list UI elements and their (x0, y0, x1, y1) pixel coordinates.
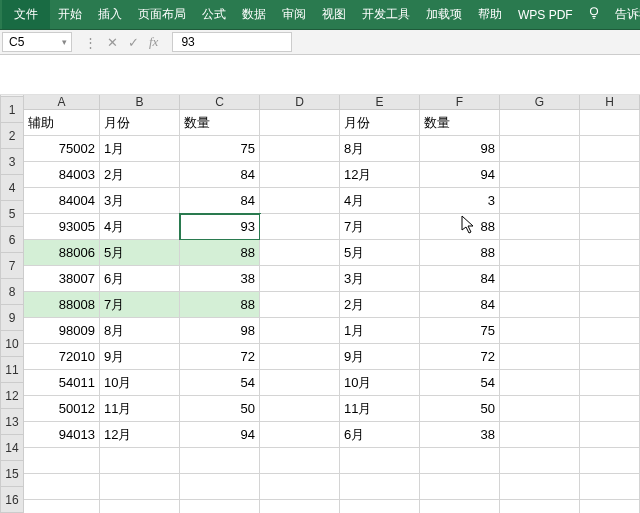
cell-G9[interactable] (500, 318, 580, 344)
cell-B4[interactable]: 3月 (100, 188, 180, 214)
cell-F14[interactable] (420, 448, 500, 474)
row-header-1[interactable]: 1 (0, 97, 24, 123)
cell-C13[interactable]: 94 (180, 422, 260, 448)
cell-A4[interactable]: 84004 (24, 188, 100, 214)
cell-H6[interactable] (580, 240, 640, 266)
tab-addins[interactable]: 加载项 (418, 0, 470, 29)
cell-F1[interactable]: 数量 (420, 110, 500, 136)
cell-B6[interactable]: 5月 (100, 240, 180, 266)
cell-A10[interactable]: 72010 (24, 344, 100, 370)
cell-C6[interactable]: 88 (180, 240, 260, 266)
cell-A1[interactable]: 辅助 (24, 110, 100, 136)
cell-H14[interactable] (580, 448, 640, 474)
cell-D11[interactable] (260, 370, 340, 396)
row-header-10[interactable]: 10 (0, 331, 24, 357)
cell-C4[interactable]: 84 (180, 188, 260, 214)
tab-file[interactable]: 文件 (2, 0, 50, 29)
tab-formulas[interactable]: 公式 (194, 0, 234, 29)
cell-G13[interactable] (500, 422, 580, 448)
cell-G2[interactable] (500, 136, 580, 162)
cell-H12[interactable] (580, 396, 640, 422)
cell-E5[interactable]: 7月 (340, 214, 420, 240)
ribbon-tabs[interactable]: 文件 开始 插入 页面布局 公式 数据 审阅 视图 开发工具 加载项 帮助 WP… (0, 0, 640, 30)
cell-A15[interactable] (24, 474, 100, 500)
tab-view[interactable]: 视图 (314, 0, 354, 29)
row-header-12[interactable]: 12 (0, 383, 24, 409)
cell-E4[interactable]: 4月 (340, 188, 420, 214)
row-header-8[interactable]: 8 (0, 279, 24, 305)
cell-E10[interactable]: 9月 (340, 344, 420, 370)
col-header-E[interactable]: E (340, 95, 420, 110)
cell-D9[interactable] (260, 318, 340, 344)
cell-C15[interactable] (180, 474, 260, 500)
cell-D2[interactable] (260, 136, 340, 162)
cell-A6[interactable]: 88006 (24, 240, 100, 266)
cell-A16[interactable] (24, 500, 100, 513)
cell-D6[interactable] (260, 240, 340, 266)
col-header-F[interactable]: F (420, 95, 500, 110)
spreadsheet-grid[interactable]: 12345678910111213141516 ABCDEFGH 辅助月份数量月… (0, 95, 640, 513)
cell-E1[interactable]: 月份 (340, 110, 420, 136)
row-header-4[interactable]: 4 (0, 175, 24, 201)
cell-B10[interactable]: 9月 (100, 344, 180, 370)
cancel-icon[interactable]: ✕ (107, 35, 118, 50)
row-header-16[interactable]: 16 (0, 487, 24, 513)
cell-F13[interactable]: 38 (420, 422, 500, 448)
cell-F9[interactable]: 75 (420, 318, 500, 344)
tell-me[interactable]: 告诉我 (607, 0, 640, 29)
cell-E2[interactable]: 8月 (340, 136, 420, 162)
cell-B8[interactable]: 7月 (100, 292, 180, 318)
cell-G15[interactable] (500, 474, 580, 500)
cell-E6[interactable]: 5月 (340, 240, 420, 266)
cell-F11[interactable]: 54 (420, 370, 500, 396)
cell-H9[interactable] (580, 318, 640, 344)
cell-H7[interactable] (580, 266, 640, 292)
cell-G5[interactable] (500, 214, 580, 240)
cell-A2[interactable]: 75002 (24, 136, 100, 162)
cell-B13[interactable]: 12月 (100, 422, 180, 448)
cell-D7[interactable] (260, 266, 340, 292)
cell-F6[interactable]: 88 (420, 240, 500, 266)
cell-B1[interactable]: 月份 (100, 110, 180, 136)
row-header-15[interactable]: 15 (0, 461, 24, 487)
cell-A14[interactable] (24, 448, 100, 474)
cell-B16[interactable] (100, 500, 180, 513)
cell-B7[interactable]: 6月 (100, 266, 180, 292)
col-header-C[interactable]: C (180, 95, 260, 110)
cell-G7[interactable] (500, 266, 580, 292)
cell-C7[interactable]: 38 (180, 266, 260, 292)
cell-D10[interactable] (260, 344, 340, 370)
cell-H3[interactable] (580, 162, 640, 188)
row-header-3[interactable]: 3 (0, 149, 24, 175)
cell-A7[interactable]: 38007 (24, 266, 100, 292)
cell-G12[interactable] (500, 396, 580, 422)
cell-C10[interactable]: 72 (180, 344, 260, 370)
tab-data[interactable]: 数据 (234, 0, 274, 29)
tab-insert[interactable]: 插入 (90, 0, 130, 29)
cell-H8[interactable] (580, 292, 640, 318)
cell-C14[interactable] (180, 448, 260, 474)
cell-C8[interactable]: 88 (180, 292, 260, 318)
cell-D13[interactable] (260, 422, 340, 448)
cell-C12[interactable]: 50 (180, 396, 260, 422)
cell-A8[interactable]: 88008 (24, 292, 100, 318)
cell-G10[interactable] (500, 344, 580, 370)
col-header-D[interactable]: D (260, 95, 340, 110)
col-header-G[interactable]: G (500, 95, 580, 110)
formula-input[interactable]: 93 (172, 32, 292, 52)
cell-F3[interactable]: 94 (420, 162, 500, 188)
cell-F2[interactable]: 98 (420, 136, 500, 162)
row-header-14[interactable]: 14 (0, 435, 24, 461)
tab-page-layout[interactable]: 页面布局 (130, 0, 194, 29)
name-box[interactable]: C5 (2, 32, 72, 52)
lightbulb-icon[interactable] (581, 6, 607, 23)
cell-G16[interactable] (500, 500, 580, 513)
cell-E3[interactable]: 12月 (340, 162, 420, 188)
cell-H5[interactable] (580, 214, 640, 240)
cell-H15[interactable] (580, 474, 640, 500)
cell-B9[interactable]: 8月 (100, 318, 180, 344)
tab-home[interactable]: 开始 (50, 0, 90, 29)
cell-A12[interactable]: 50012 (24, 396, 100, 422)
cell-D15[interactable] (260, 474, 340, 500)
cell-A3[interactable]: 84003 (24, 162, 100, 188)
